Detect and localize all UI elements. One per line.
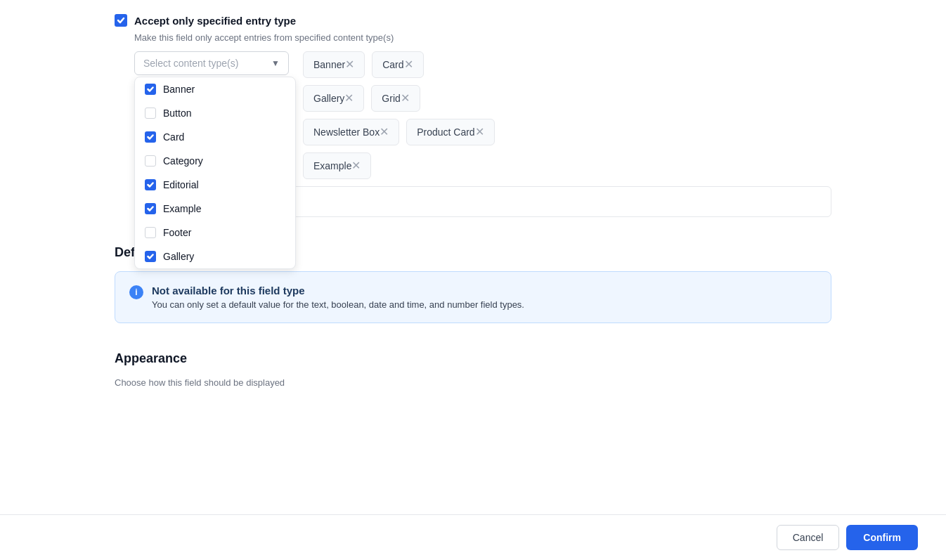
tag-gallery: Gallery ✕ — [303, 85, 364, 112]
tag-newsletter-box: Newsletter Box ✕ — [303, 119, 399, 145]
info-box-title: Not available for this field type — [152, 285, 524, 297]
default-value-info-box: i Not available for this field type You … — [115, 271, 831, 323]
accept-entry-help: Make this field only accept entries from… — [134, 32, 831, 43]
checkbox-category — [145, 155, 156, 167]
remove-grid-button[interactable]: ✕ — [401, 93, 410, 104]
dropdown-item-category[interactable]: Category — [135, 149, 295, 173]
tags-area: Banner ✕ Card ✕ Gallery ✕ Grid ✕ — [303, 51, 495, 179]
checkbox-card — [145, 131, 156, 143]
tags-row-4: Example ✕ — [303, 152, 495, 179]
dropdown-item-card[interactable]: Card — [135, 125, 295, 149]
appearance-subtitle: Choose how this field should be displaye… — [115, 377, 831, 388]
content-type-select-wrapper: Select content type(s) ▼ Banner Button — [134, 51, 289, 75]
tags-row-3: Newsletter Box ✕ Product Card ✕ — [303, 119, 495, 145]
remove-product-card-button[interactable]: ✕ — [475, 126, 484, 138]
info-box-desc: You can only set a default value for the… — [152, 299, 524, 310]
accept-entry-label: Accept only specified entry type — [134, 15, 296, 27]
remove-card-button[interactable]: ✕ — [404, 59, 413, 70]
dropdown-item-banner[interactable]: Banner — [135, 77, 295, 101]
confirm-button[interactable]: Confirm — [846, 525, 918, 550]
cancel-button[interactable]: Cancel — [777, 525, 840, 550]
checkbox-editorial — [145, 179, 156, 190]
chevron-down-icon: ▼ — [271, 58, 280, 68]
dropdown-item-footer[interactable]: Footer — [135, 221, 295, 245]
tags-row-2: Gallery ✕ Grid ✕ — [303, 85, 495, 112]
content-type-select[interactable]: Select content type(s) ▼ — [134, 51, 289, 75]
dropdown-item-editorial[interactable]: Editorial — [135, 173, 295, 197]
remove-banner-button[interactable]: ✕ — [345, 59, 354, 70]
tag-card: Card ✕ — [372, 51, 423, 78]
dropdown-item-button[interactable]: Button — [135, 101, 295, 125]
select-placeholder: Select content type(s) — [143, 58, 238, 69]
remove-example-button[interactable]: ✕ — [351, 160, 361, 171]
checkbox-example — [145, 203, 156, 214]
remove-newsletter-box-button[interactable]: ✕ — [380, 126, 389, 138]
checkbox-button — [145, 108, 156, 119]
appearance-title: Appearance — [115, 351, 831, 366]
footer-buttons: Cancel Confirm — [0, 514, 946, 560]
dropdown-menu: Banner Button Card Category — [134, 77, 296, 269]
dropdown-item-example[interactable]: Example — [135, 197, 295, 221]
checkbox-footer — [145, 227, 156, 238]
checkbox-gallery — [145, 251, 156, 262]
tag-product-card: Product Card ✕ — [406, 119, 494, 145]
tag-grid: Grid ✕ — [371, 85, 420, 112]
appearance-section: Appearance Choose how this field should … — [115, 351, 831, 388]
checkbox-banner — [145, 84, 156, 95]
accept-entry-checkbox[interactable] — [115, 14, 127, 27]
tag-banner: Banner ✕ — [303, 51, 365, 78]
remove-gallery-button[interactable]: ✕ — [344, 93, 354, 104]
tags-row-1: Banner ✕ Card ✕ — [303, 51, 495, 78]
info-icon: i — [129, 285, 143, 299]
tag-example: Example ✕ — [303, 152, 371, 179]
dropdown-item-gallery[interactable]: Gallery — [135, 245, 295, 268]
accept-entry-row: Accept only specified entry type — [115, 14, 831, 27]
